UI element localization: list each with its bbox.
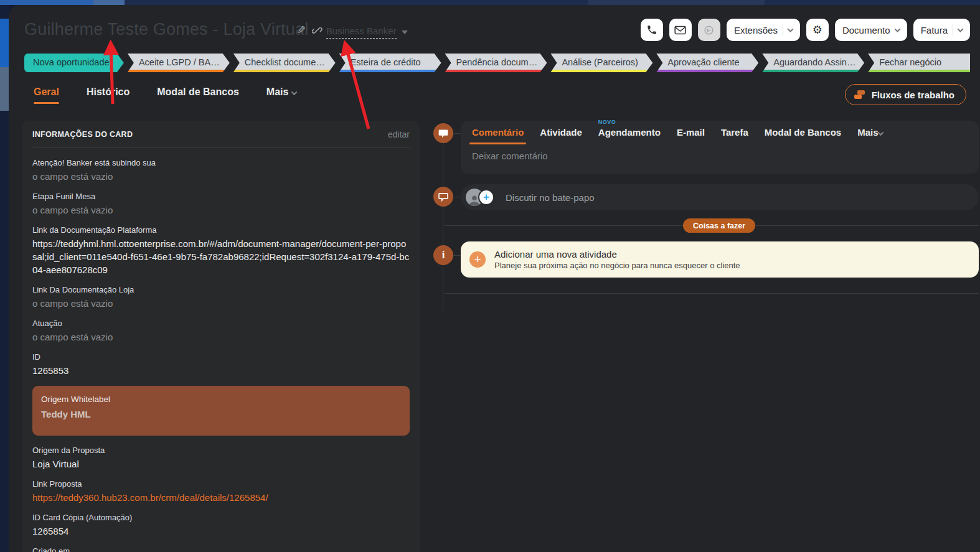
field-value: Loja Virtual: [32, 457, 410, 470]
email-button[interactable]: [669, 19, 692, 41]
tab-mais[interactable]: Mais: [266, 87, 297, 104]
chevron-down-icon: [291, 89, 298, 95]
tab-email[interactable]: E-mail: [677, 127, 705, 144]
plus-icon: +: [469, 251, 486, 268]
field-criado-em: Criado em 14 de outubro de 2025 17:46: [32, 546, 410, 552]
pipeline-stage-bar: Nova oportunidade Aceite LGPD / BACEN Ch…: [24, 54, 970, 72]
field-label: Etapa Funil Mesa: [32, 192, 410, 201]
chevron-down-icon: [894, 26, 900, 32]
tab-modal-de-bancos-timeline[interactable]: Modal de Bancos: [765, 127, 841, 144]
timeline-connector: [452, 133, 461, 134]
tab-mais-timeline[interactable]: Mais: [857, 127, 882, 144]
workflows-button[interactable]: Fluxos de trabalho: [845, 84, 966, 105]
caret-down-icon: [402, 30, 408, 34]
comment-marker: [433, 123, 453, 143]
stage-analise-parceiros[interactable]: Análise (Parceiros): [550, 54, 653, 72]
extensions-dropdown[interactable]: Extensões: [727, 19, 800, 41]
field-value: o campo está vazio: [32, 170, 410, 183]
stage-aguardando-assinatura[interactable]: Aguardando Assinatura: [762, 54, 864, 72]
field-link-documentacao-plataforma: Link da Documentação Plataforma https://…: [32, 225, 410, 276]
field-origem-da-proposta: Origem da Proposta Loja Virtual: [32, 446, 410, 470]
stage-aprovacao-cliente[interactable]: Aprovação cliente: [656, 54, 758, 72]
chevron-down-icon: [787, 26, 793, 32]
stage-fechar-negocio[interactable]: Fechar negócio: [868, 54, 970, 72]
button-divider: [953, 24, 953, 35]
chat-marker: [433, 187, 453, 207]
divider: [32, 147, 410, 148]
edit-title-icon[interactable]: ✎: [297, 24, 306, 37]
timeline-tabs: Comentário Atividade NOVO Agendamento E-…: [472, 127, 968, 144]
tab-tarefa[interactable]: Tarefa: [721, 127, 748, 144]
add-activity-subtitle: Planeje sua próxima ação no negócio para…: [494, 261, 740, 270]
deal-panel: Guilherme Teste Gomes - Loja Virtual ✎ B…: [9, 5, 980, 552]
assignment-dropdown[interactable]: Business Banker: [326, 26, 408, 39]
background-blue-segment: [0, 19, 9, 67]
chevron-down-icon: [958, 26, 964, 32]
field-origem-whitelabel: Origem Whitelabel Teddy HML: [32, 386, 410, 436]
proposal-link[interactable]: https://teddy360.hub23.com.br/crm/deal/d…: [32, 491, 410, 504]
extensions-label: Extensões: [734, 25, 778, 35]
field-label: Atuação: [32, 319, 410, 328]
deal-title[interactable]: Guilherme Teste Gomes - Loja Virtual: [24, 20, 308, 39]
divider: [445, 293, 979, 294]
info-icon: i: [442, 249, 445, 261]
background-gray-segment: [0, 67, 9, 111]
background-page-strip: [0, 0, 980, 5]
info-marker: i: [433, 245, 453, 265]
field-value: o campo está vazio: [32, 203, 410, 217]
assignment-label[interactable]: Business Banker: [326, 26, 397, 39]
workflows-label: Fluxos de trabalho: [872, 90, 954, 100]
field-label: Atenção! Banker está subindo sua: [32, 158, 410, 167]
invoice-dropdown[interactable]: Fatura: [913, 19, 970, 41]
tab-agendamento[interactable]: NOVO Agendamento: [598, 127, 661, 144]
timeline-connector: [452, 197, 461, 197]
timeline-composer: Comentário Atividade NOVO Agendamento E-…: [461, 121, 979, 174]
card-info-panel: INFORMAÇÕES DO CARD editar Atenção! Bank…: [22, 121, 420, 552]
settings-button[interactable]: ⚙: [806, 19, 829, 41]
field-link-proposta: Link Proposta https://teddy360.hub23.com…: [32, 479, 410, 504]
tab-historico[interactable]: Histórico: [87, 87, 130, 104]
document-dropdown[interactable]: Documento: [835, 19, 907, 41]
tab-geral[interactable]: Geral: [34, 87, 59, 104]
timeline-line: [443, 133, 443, 310]
deal-nav-tabs: Geral Histórico Modal de Bancos Mais: [34, 87, 296, 104]
field-id-card-copia: ID Card Cópia (Automação) 1265854: [32, 513, 410, 538]
field-label: ID: [32, 352, 410, 362]
header-actions: Extensões ⚙ Documento Fatura: [641, 19, 970, 41]
field-link-documentacao-loja: Link Da Documentação Loja o campo está v…: [32, 285, 410, 310]
field-label: Origem Whitelabel: [41, 395, 401, 404]
workflow-icon: [854, 90, 865, 99]
copy-link-icon[interactable]: [312, 25, 323, 35]
field-value: o campo está vazio: [32, 330, 410, 344]
stage-checklist-documentacao[interactable]: Checklist documentaçõ...: [233, 54, 336, 72]
call-button[interactable]: [641, 19, 663, 41]
gear-icon: ⚙: [813, 24, 822, 35]
stage-pendencia-documental[interactable]: Pendência documenta...: [445, 54, 547, 72]
background-left-strip: [0, 5, 9, 552]
chat-bubble-icon: [438, 192, 448, 202]
crm-deal-slideover: Guilherme Teste Gomes - Loja Virtual ✎ B…: [0, 0, 980, 552]
field-value: https://teddyhml.hml.ottoenterprise.com.…: [32, 237, 410, 276]
field-etapa-funil-mesa: Etapa Funil Mesa o campo está vazio: [32, 192, 410, 217]
add-participant-icon[interactable]: +: [478, 189, 494, 205]
chat-avatars: +: [466, 188, 498, 207]
field-value: 1265853: [32, 364, 410, 377]
edit-link[interactable]: editar: [388, 129, 410, 139]
tab-modal-de-bancos[interactable]: Modal de Bancos: [157, 87, 239, 104]
tab-atividade[interactable]: Atividade: [540, 127, 582, 144]
stage-aceite-lgpd-bacen[interactable]: Aceite LGPD / BACEN: [128, 54, 230, 72]
comment-input[interactable]: [472, 144, 968, 167]
field-value: Teddy HML: [41, 408, 401, 421]
discuss-in-chat[interactable]: + Discutir no bate-papo: [461, 184, 979, 210]
tab-comentario[interactable]: Comentário: [472, 127, 524, 144]
stage-nova-oportunidade[interactable]: Nova oportunidade: [24, 54, 124, 72]
field-value: o campo está vazio: [32, 297, 410, 310]
field-label: Link Da Documentação Loja: [32, 285, 410, 294]
openchannel-chat-button[interactable]: [698, 19, 720, 41]
chat-prompt: Discutir no bate-papo: [506, 192, 595, 203]
stage-esteira-de-credito[interactable]: Esteira de crédito: [339, 54, 441, 72]
document-label: Documento: [842, 25, 890, 35]
field-atencao-banker: Atenção! Banker está subindo sua o campo…: [32, 158, 410, 183]
todo-badge[interactable]: Coisas a fazer: [683, 218, 755, 233]
add-activity-card[interactable]: + Adicionar uma nova atividade Planeje s…: [461, 241, 979, 278]
